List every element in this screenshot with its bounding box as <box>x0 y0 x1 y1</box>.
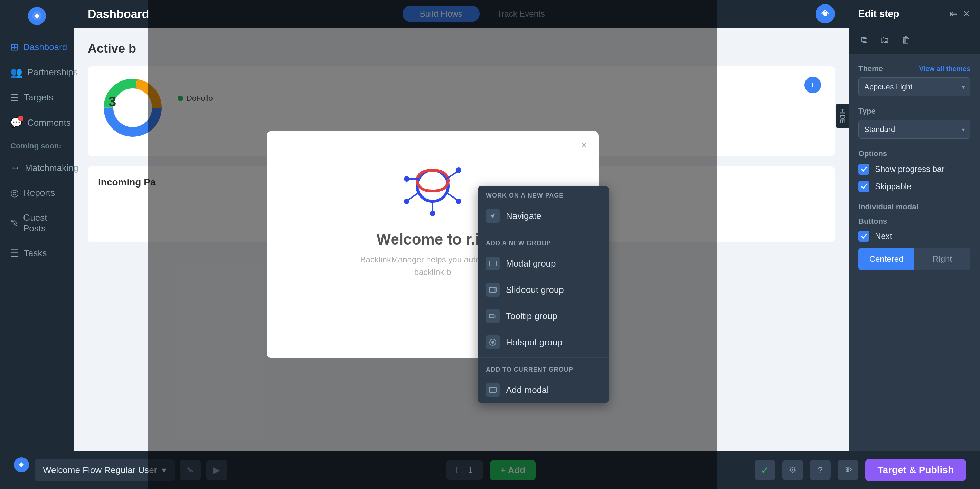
nav-logo-btn[interactable] <box>816 4 835 24</box>
show-progress-bar-label: Show progress bar <box>875 164 944 174</box>
type-select-wrapper: Standard <box>858 120 970 139</box>
theme-select[interactable]: Appcues Light <box>858 77 970 96</box>
view-all-themes-link[interactable]: View all themes <box>919 65 970 73</box>
copy-icon-button[interactable]: ⧉ <box>858 32 870 48</box>
sidebar-item-guest-posts[interactable]: ✎ Guest Posts <box>3 206 70 240</box>
right-toggle-button[interactable]: Right <box>914 248 970 270</box>
add-active-btn[interactable]: + <box>805 77 821 93</box>
sidebar: ⊞ Dashboard 👥 Partnerships ☰ Targets 💬 C… <box>0 0 74 489</box>
svg-rect-16 <box>489 261 496 266</box>
type-label: Type <box>858 107 970 116</box>
right-panel: Edit step ⇤ ✕ ⧉ 🗂 🗑 Theme View all theme… <box>849 0 980 489</box>
theme-label: Theme View all themes <box>858 64 970 73</box>
check-icon-button[interactable]: ✓ <box>755 460 775 480</box>
matchmaking-icon: ↔ <box>10 162 20 173</box>
sidebar-item-label: Guest Posts <box>23 213 64 234</box>
sidebar-item-label: Reports <box>24 187 55 198</box>
svg-rect-20 <box>493 315 496 318</box>
theme-select-wrapper: Appcues Light <box>858 77 970 96</box>
individual-modal-label: Individual modal <box>858 202 970 211</box>
dropdown-item-navigate[interactable]: Navigate <box>477 203 609 229</box>
right-panel-actions: ⇤ ✕ <box>950 9 970 19</box>
coming-soon-label: Coming soon: <box>3 136 70 156</box>
dashboard-icon: ⊞ <box>10 41 18 53</box>
settings-icon-button[interactable]: ⚙ <box>782 460 803 480</box>
comments-badge <box>18 116 24 121</box>
svg-rect-23 <box>489 387 496 392</box>
tooltip-group-icon <box>486 309 500 323</box>
sidebar-item-comments[interactable]: 💬 Comments <box>3 111 70 135</box>
dropdown-menu: WORK ON A NEW PAGE Navigate ADD A NEW GR… <box>477 186 609 403</box>
hide-panel-button[interactable]: HIDE <box>836 103 849 128</box>
options-label: Options <box>858 149 970 158</box>
svg-line-10 <box>447 193 457 200</box>
modal-close-button[interactable]: × <box>576 137 592 152</box>
target-publish-button[interactable]: Target & Publish <box>865 459 966 481</box>
individual-modal-group: Individual modal Buttons Next Centered R… <box>858 202 970 270</box>
delete-icon-button[interactable]: 🗑 <box>899 32 913 48</box>
help-icon-button[interactable]: ? <box>810 460 831 480</box>
main-area: Dashboard Build Flows Track Events Activ… <box>74 0 849 489</box>
bottom-right: ✓ ⚙ ? 👁 Target & Publish <box>755 459 966 481</box>
dropdown-section-current-group: ADD TO CURRENT GROUP <box>477 360 609 377</box>
sidebar-item-label: Dashboard <box>23 42 67 52</box>
modal-overlay: × Welcome <box>148 0 718 489</box>
flow-name-label: Welcome Flow Regular User <box>43 465 157 476</box>
next-label: Next <box>875 231 892 241</box>
dropdown-item-hotspot-group[interactable]: Hotspot group <box>477 329 609 356</box>
skippable-label: Skippable <box>875 182 911 191</box>
page-title: Dashboard <box>88 7 149 21</box>
close-icon-button[interactable]: ✕ <box>963 9 970 19</box>
svg-point-22 <box>492 341 494 344</box>
sidebar-item-dashboard[interactable]: ⊞ Dashboard <box>3 35 70 59</box>
reports-icon: ◎ <box>10 187 19 198</box>
type-field-group: Type Standard <box>858 107 970 139</box>
right-panel-body: Theme View all themes Appcues Light Type… <box>849 54 980 489</box>
sidebar-item-tasks[interactable]: ☰ Tasks <box>3 241 70 265</box>
dropdown-divider-2 <box>477 357 609 358</box>
options-field-group: Options Show progress bar Skippable <box>858 149 970 192</box>
next-checkbox[interactable] <box>858 231 869 242</box>
dropdown-item-tooltip-group[interactable]: Tooltip group <box>477 303 609 329</box>
svg-point-13 <box>404 198 409 204</box>
svg-point-15 <box>430 211 435 216</box>
skippable-checkbox[interactable] <box>858 181 869 192</box>
sidebar-item-targets[interactable]: ☰ Targets <box>3 86 70 110</box>
folder-icon-button[interactable]: 🗂 <box>877 32 892 48</box>
preview-icon-button[interactable]: 👁 <box>838 460 858 480</box>
skippable-row: Skippable <box>858 181 970 192</box>
sidebar-item-label: Matchmaking <box>25 163 78 173</box>
collapse-icon-button[interactable]: ⇤ <box>950 9 957 19</box>
show-progress-bar-checkbox[interactable] <box>858 164 869 175</box>
show-progress-bar-row: Show progress bar <box>858 164 970 175</box>
centered-toggle-button[interactable]: Centered <box>858 248 914 270</box>
sidebar-item-partnerships[interactable]: 👥 Partnerships <box>3 60 70 84</box>
right-panel-toolbar: ⧉ 🗂 🗑 <box>849 28 980 54</box>
modal-container: × Welcome <box>267 130 598 359</box>
dropdown-item-modal-group[interactable]: Modal group <box>477 250 609 276</box>
dropdown-item-slideout-group[interactable]: Slideout group <box>477 276 609 303</box>
modal-title: Welcome to r.io <box>377 231 488 248</box>
dropdown-item-add-modal[interactable]: Add modal <box>477 377 609 403</box>
next-button-row: Next <box>858 231 970 242</box>
right-panel-title: Edit step <box>858 8 899 19</box>
svg-point-1 <box>823 12 827 16</box>
app-logo[interactable] <box>28 7 46 25</box>
dropdown-section-new-group: ADD A NEW GROUP <box>477 233 609 250</box>
slideout-group-icon <box>486 283 500 297</box>
navigate-icon <box>486 209 500 223</box>
guest-posts-icon: ✎ <box>10 218 18 229</box>
sidebar-nav: ⊞ Dashboard 👥 Partnerships ☰ Targets 💬 C… <box>0 35 74 489</box>
svg-rect-19 <box>489 314 494 318</box>
sidebar-item-matchmaking[interactable]: ↔ Matchmaking <box>3 156 70 179</box>
type-select[interactable]: Standard <box>858 120 970 139</box>
sidebar-item-reports[interactable]: ◎ Reports <box>3 181 70 205</box>
sidebar-item-label: Comments <box>27 117 71 128</box>
theme-field-group: Theme View all themes Appcues Light <box>858 64 970 96</box>
sidebar-item-label: Partnerships <box>27 67 78 78</box>
bottom-logo[interactable] <box>14 457 29 472</box>
sidebar-item-label: Tasks <box>24 248 47 259</box>
svg-line-12 <box>409 193 419 200</box>
svg-point-5 <box>417 170 448 201</box>
tasks-icon: ☰ <box>10 248 19 259</box>
